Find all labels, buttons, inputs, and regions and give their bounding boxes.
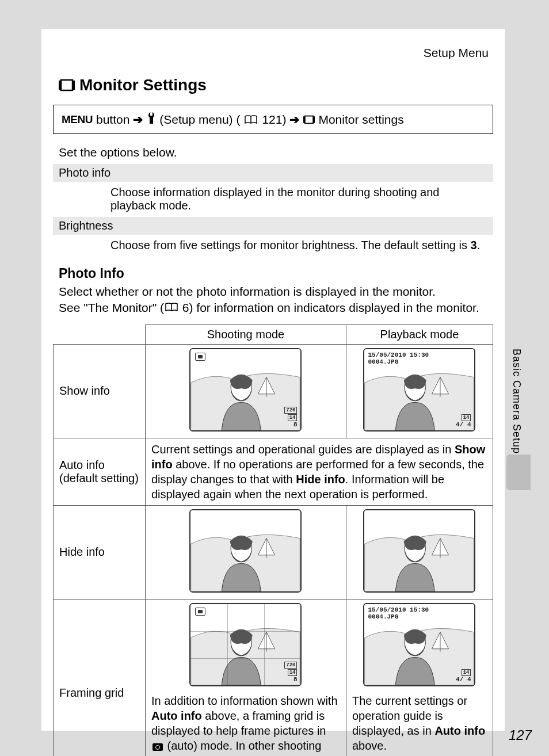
camera-mode-icon xyxy=(195,608,205,616)
photo-info-table: Shooting mode Playback mode Show info 72… xyxy=(53,324,493,756)
option-header-brightness: Brightness xyxy=(53,217,493,235)
svg-rect-1 xyxy=(73,81,75,90)
page-number: 127 xyxy=(509,727,532,743)
svg-rect-3 xyxy=(303,116,304,123)
svg-rect-2 xyxy=(61,80,73,90)
option-desc: Choose information displayed in the moni… xyxy=(53,182,493,216)
wrench-icon xyxy=(147,112,156,127)
photo-info-description: Select whether or not the photo informat… xyxy=(53,284,493,316)
svg-rect-5 xyxy=(305,116,313,123)
arrow-icon: ➔ xyxy=(289,113,300,127)
svg-rect-0 xyxy=(59,81,60,90)
monitor-settings-icon xyxy=(59,79,75,91)
thumbnail-playback-hide-info xyxy=(363,509,475,593)
overlay-info: 720 14 8 xyxy=(284,406,297,428)
options-table: Photo info Choose information displayed … xyxy=(53,164,493,255)
arrow-icon: ➔ xyxy=(133,113,143,127)
book-ref-icon xyxy=(245,115,257,124)
thumbnail-playback-show-info: 15/05/2010 15:300004.JPG 14 4/ 4 xyxy=(363,348,475,432)
monitor-settings-icon xyxy=(303,115,315,124)
overlay-date: 15/05/2010 15:300004.JPG xyxy=(368,606,429,620)
col-playback: Playback mode xyxy=(346,324,493,344)
option-header-photo-info: Photo info xyxy=(53,164,493,182)
overlay-counter: 14 4/ 4 xyxy=(456,414,471,428)
section-header: Setup Menu xyxy=(53,46,493,60)
side-tab-label: Basic Camera Setup xyxy=(510,349,523,454)
intro-text: Set the options below. xyxy=(53,146,493,159)
option-desc: Choose from five settings for monitor br… xyxy=(53,235,493,255)
camera-icon xyxy=(152,743,163,751)
thumbnail-playback-framing-grid: 15/05/2010 15:300004.JPG 14 4/ 4 xyxy=(363,603,475,686)
overlay-date: 15/05/2010 15:300004.JPG xyxy=(368,352,429,365)
row-auto-info: Auto info (default setting) xyxy=(54,438,146,505)
photo-info-heading: Photo Info xyxy=(53,266,493,281)
auto-info-description: Current settings and operational guides … xyxy=(146,438,493,505)
row-hide-info: Hide info xyxy=(54,505,146,599)
row-show-info: Show info xyxy=(54,344,146,438)
camera-mode-icon xyxy=(195,353,205,361)
menu-button-label: MENU xyxy=(62,113,93,126)
side-thumb-tab xyxy=(506,455,531,490)
manual-page: Setup Menu Monitor Settings MENU button … xyxy=(41,29,505,731)
breadcrumb-path: MENU button ➔ (Setup menu) ( 121) ➔ Moni… xyxy=(53,105,493,134)
thumbnail-shooting-framing-grid: 720 14 8 xyxy=(189,603,302,686)
col-shooting: Shooting mode xyxy=(146,324,346,344)
overlay-counter: 14 4/ 4 xyxy=(456,669,471,683)
row-framing-grid: Framing grid xyxy=(54,599,146,756)
svg-rect-4 xyxy=(314,116,315,123)
overlay-info: 720 14 8 xyxy=(284,661,297,683)
book-ref-icon xyxy=(165,303,178,312)
thumbnail-shooting-hide-info xyxy=(189,509,302,593)
thumbnail-shooting-show-info: 720 14 8 xyxy=(189,348,302,432)
page-title: Monitor Settings xyxy=(53,76,493,94)
